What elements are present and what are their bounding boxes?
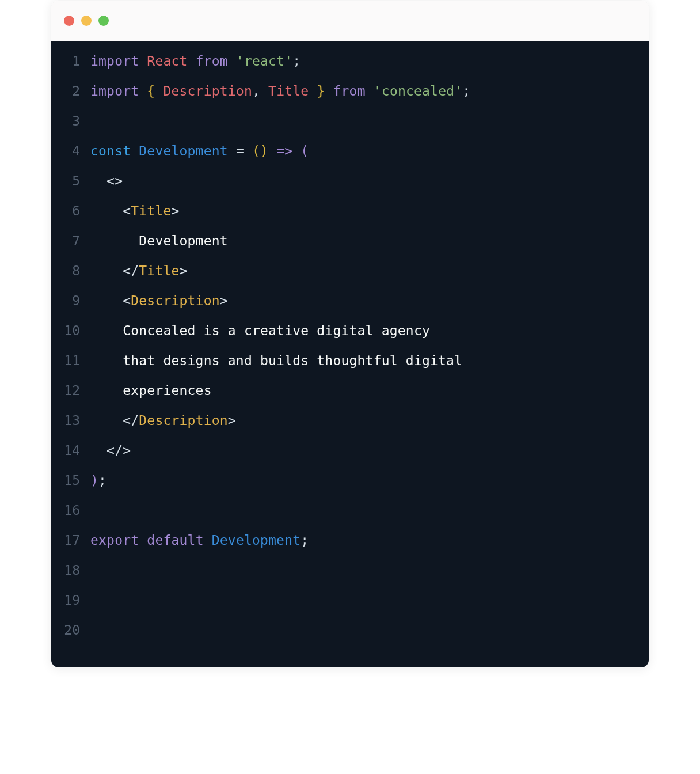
code-content[interactable]: experiences — [90, 384, 212, 397]
line-number: 13 — [51, 414, 90, 427]
token: { — [147, 84, 163, 98]
line-number: 3 — [51, 115, 90, 128]
token: </ — [123, 413, 139, 428]
token: import — [90, 84, 147, 98]
code-content[interactable]: <> — [90, 174, 123, 188]
token: Development — [139, 143, 228, 158]
token — [268, 143, 276, 158]
token: ( — [300, 143, 309, 158]
token: Concealed is a creative digital agency — [90, 323, 430, 338]
code-content[interactable]: </> — [90, 444, 131, 457]
code-line[interactable]: 16 — [51, 504, 649, 534]
token: Title — [131, 203, 171, 218]
token — [228, 54, 236, 69]
line-number: 14 — [51, 444, 90, 457]
code-line[interactable]: 13 </Description> — [51, 414, 649, 444]
token: 'concealed' — [374, 84, 463, 98]
code-line[interactable]: 2import { Description, Title } from 'con… — [51, 85, 649, 115]
token: Description — [139, 413, 228, 428]
code-line[interactable]: 6 <Title> — [51, 204, 649, 234]
token: ( — [252, 143, 260, 158]
code-line[interactable]: 19 — [51, 594, 649, 624]
code-editor[interactable]: 1import React from 'react';2import { Des… — [51, 41, 649, 667]
code-line[interactable]: 5 <> — [51, 174, 649, 204]
token — [90, 413, 123, 428]
code-line[interactable]: 20 — [51, 624, 649, 654]
token: experiences — [90, 383, 212, 398]
token: < — [123, 293, 131, 308]
minimize-icon[interactable] — [81, 16, 92, 26]
code-content[interactable]: import React from 'react'; — [90, 55, 300, 68]
code-content[interactable]: export default Development; — [90, 534, 309, 547]
code-line[interactable]: 12 experiences — [51, 384, 649, 414]
token: that designs and builds thoughtful digit… — [90, 353, 462, 368]
line-number: 16 — [51, 504, 90, 517]
token: ; — [292, 54, 300, 69]
token — [292, 143, 300, 158]
token: > — [123, 443, 131, 458]
code-content[interactable]: </Description> — [90, 414, 236, 427]
code-content[interactable]: import { Description, Title } from 'conc… — [90, 85, 470, 98]
token: from — [196, 54, 228, 69]
token: <> — [106, 173, 123, 188]
code-content[interactable]: ); — [90, 474, 106, 487]
token: Title — [268, 84, 309, 98]
token — [90, 263, 123, 278]
token: default — [147, 533, 211, 548]
code-line[interactable]: 4const Development = () => ( — [51, 145, 649, 174]
line-number: 4 — [51, 145, 90, 158]
code-content[interactable]: const Development = () => ( — [90, 145, 309, 158]
titlebar — [51, 1, 649, 41]
line-number: 20 — [51, 624, 90, 637]
line-number: 18 — [51, 564, 90, 577]
token — [188, 54, 196, 69]
line-number: 10 — [51, 324, 90, 337]
token: from — [333, 84, 366, 98]
code-content[interactable]: <Title> — [90, 204, 180, 218]
code-line[interactable]: 9 <Description> — [51, 294, 649, 324]
zoom-icon[interactable] — [98, 16, 109, 26]
line-number: 17 — [51, 534, 90, 547]
code-line[interactable]: 11 that designs and builds thoughtful di… — [51, 354, 649, 384]
code-line[interactable]: 1import React from 'react'; — [51, 55, 649, 85]
token — [90, 293, 123, 308]
token: 'react' — [236, 54, 292, 69]
code-line[interactable]: 15); — [51, 474, 649, 504]
token: > — [172, 203, 180, 218]
token: Description — [163, 84, 252, 98]
token: => — [276, 143, 292, 158]
line-number: 1 — [51, 55, 90, 68]
code-line[interactable]: 7 Development — [51, 234, 649, 264]
line-number: 15 — [51, 474, 90, 487]
token: ; — [462, 84, 470, 98]
code-line[interactable]: 8 </Title> — [51, 264, 649, 294]
line-number: 8 — [51, 264, 90, 278]
token: React — [147, 54, 187, 69]
code-line[interactable]: 3 — [51, 115, 649, 145]
token: </ — [106, 443, 123, 458]
line-number: 12 — [51, 384, 90, 397]
line-number: 11 — [51, 354, 90, 367]
token — [90, 443, 106, 458]
token: > — [220, 293, 228, 308]
token — [325, 84, 333, 98]
line-number: 7 — [51, 234, 90, 248]
token: Development — [90, 233, 228, 248]
token: = — [228, 143, 252, 158]
code-line[interactable]: 18 — [51, 564, 649, 594]
code-content[interactable]: Development — [90, 234, 228, 248]
token: const — [90, 143, 139, 158]
code-line[interactable]: 10 Concealed is a creative digital agenc… — [51, 324, 649, 354]
code-content[interactable]: Concealed is a creative digital agency — [90, 324, 430, 337]
token: > — [228, 413, 236, 428]
editor-window: 1import React from 'react';2import { Des… — [51, 0, 649, 668]
token: Development — [212, 533, 301, 548]
code-line[interactable]: 17export default Development; — [51, 534, 649, 564]
code-content[interactable]: that designs and builds thoughtful digit… — [90, 354, 462, 367]
code-line[interactable]: 14 </> — [51, 444, 649, 474]
code-content[interactable]: </Title> — [90, 264, 188, 278]
token: ) — [90, 473, 98, 488]
token: ; — [300, 533, 309, 548]
code-content[interactable]: <Description> — [90, 294, 228, 308]
close-icon[interactable] — [64, 16, 74, 26]
